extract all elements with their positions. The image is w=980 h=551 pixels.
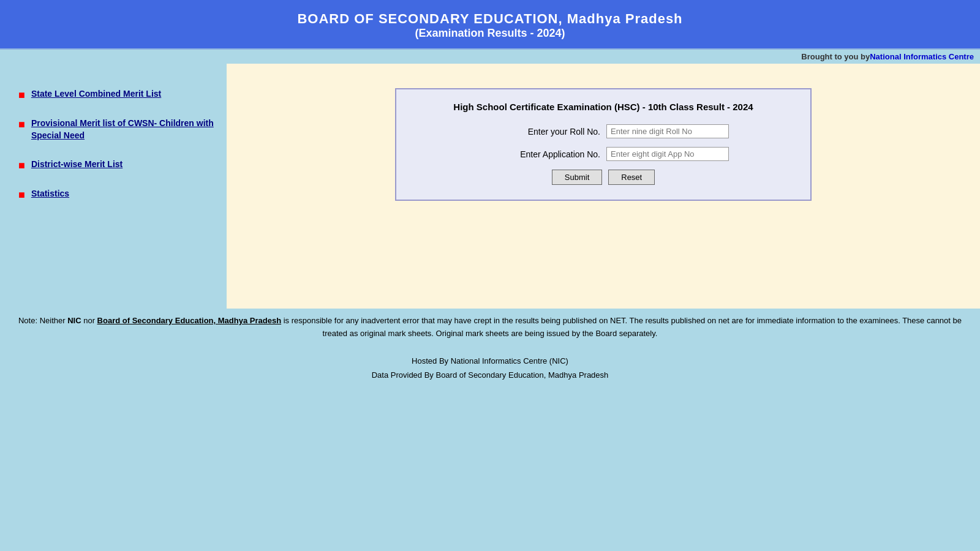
note-middle: nor xyxy=(81,316,97,325)
sidebar-item-provisional-merit[interactable]: ■ Provisional Merit list of CWSN- Childr… xyxy=(18,118,214,141)
bullet-icon: ■ xyxy=(18,89,25,100)
note-suffix: is responsible for any inadvertent error… xyxy=(281,316,962,338)
form-title: High School Certificate Examination (HSC… xyxy=(415,102,792,112)
roll-no-label: Enter your Roll No. xyxy=(478,127,600,137)
roll-no-row: Enter your Roll No. xyxy=(415,124,792,138)
footer: Hosted By National Informatics Centre (N… xyxy=(0,347,980,390)
footer-line1: Hosted By National Informatics Centre (N… xyxy=(12,354,968,368)
app-no-row: Enter Application No. xyxy=(415,147,792,161)
bullet-icon: ■ xyxy=(18,189,25,200)
form-buttons: Submit Reset xyxy=(415,170,792,185)
header-title: BOARD OF SECONDARY EDUCATION, Madhya Pra… xyxy=(6,11,974,27)
result-form-box: High School Certificate Examination (HSC… xyxy=(395,88,812,201)
sidebar-item-statistics[interactable]: ■ Statistics xyxy=(18,188,214,200)
note-bar: Note: Neither NIC nor Board of Secondary… xyxy=(0,309,980,347)
sidebar: ■ State Level Combined Merit List ■ Prov… xyxy=(0,64,227,309)
provisional-merit-link[interactable]: Provisional Merit list of CWSN- Children… xyxy=(31,118,214,141)
nic-link[interactable]: National Informatics Centre xyxy=(870,52,974,61)
bottom-area xyxy=(0,389,980,551)
nic-bar-prefix: Brought to you by xyxy=(801,52,870,61)
roll-no-input[interactable] xyxy=(606,124,729,138)
district-merit-link[interactable]: District-wise Merit List xyxy=(31,159,123,171)
note-prefix: Note: Neither xyxy=(18,316,67,325)
submit-button[interactable]: Submit xyxy=(552,170,602,185)
bullet-icon: ■ xyxy=(18,160,25,171)
sidebar-item-district-merit[interactable]: ■ District-wise Merit List xyxy=(18,159,214,171)
bullet-icon: ■ xyxy=(18,119,25,130)
sidebar-item-state-merit[interactable]: ■ State Level Combined Merit List xyxy=(18,88,214,100)
footer-line2: Data Provided By Board of Secondary Educ… xyxy=(12,368,968,382)
nic-bar: Brought to you by National Informatics C… xyxy=(0,48,980,64)
reset-button[interactable]: Reset xyxy=(608,170,655,185)
main-content: ■ State Level Combined Merit List ■ Prov… xyxy=(0,64,980,309)
note-nic: NIC xyxy=(67,316,81,325)
bse-link[interactable]: Board of Secondary Education, Madhya Pra… xyxy=(97,316,282,325)
right-content: High School Certificate Examination (HSC… xyxy=(227,64,980,309)
app-no-input[interactable] xyxy=(606,147,729,161)
state-merit-link[interactable]: State Level Combined Merit List xyxy=(31,88,161,100)
header-subtitle: (Examination Results - 2024) xyxy=(6,27,974,40)
app-no-label: Enter Application No. xyxy=(478,149,600,159)
statistics-link[interactable]: Statistics xyxy=(31,188,69,200)
header: BOARD OF SECONDARY EDUCATION, Madhya Pra… xyxy=(0,0,980,48)
